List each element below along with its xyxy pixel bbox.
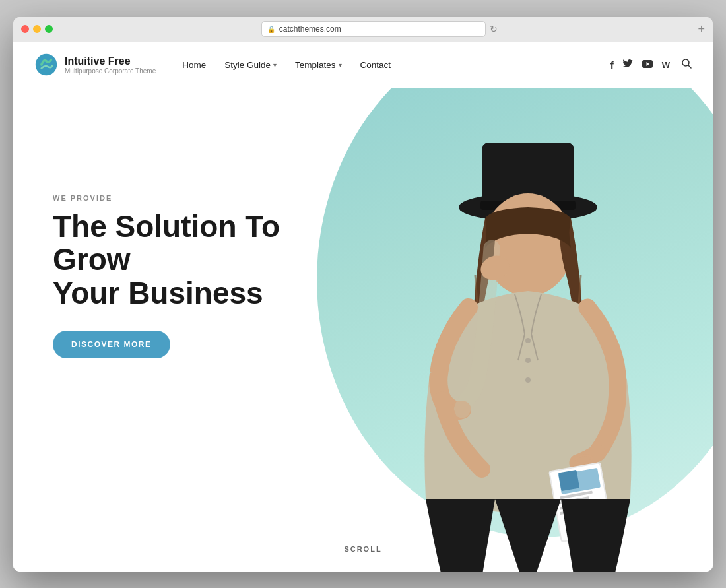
discover-more-button[interactable]: DISCOVER MORE (53, 331, 170, 358)
svg-point-10 (525, 338, 531, 343)
nav-style-guide[interactable]: Style Guide ▾ (224, 60, 277, 70)
lock-icon: 🔒 (267, 26, 275, 33)
refresh-icon[interactable]: ↻ (490, 24, 498, 34)
new-tab-button[interactable]: + (698, 22, 705, 36)
svg-point-0 (36, 54, 57, 75)
url-input[interactable]: 🔒 catchthemes.com (261, 21, 486, 37)
hero-eyebrow: WE PROVIDE (53, 194, 317, 202)
nav-social-icons: f W (610, 59, 692, 71)
url-text: catchthemes.com (279, 24, 341, 34)
facebook-icon[interactable]: f (610, 59, 614, 71)
hero-title: The Solution To Grow Your Business (53, 210, 317, 310)
logo-area: Intuitive Free Multipurpose Corporate Th… (34, 53, 156, 77)
browser-titlebar: 🔒 catchthemes.com ↻ + (13, 17, 713, 42)
browser-window: 🔒 catchthemes.com ↻ + Intuitive Free Mul… (13, 17, 713, 572)
website-content: Intuitive Free Multipurpose Corporate Th… (13, 42, 713, 572)
dot-red[interactable] (21, 25, 29, 33)
search-icon[interactable] (682, 59, 692, 71)
svg-rect-22 (558, 469, 579, 490)
chevron-down-icon: ▾ (273, 61, 277, 69)
nav-home[interactable]: Home (182, 60, 206, 70)
chevron-down-icon: ▾ (339, 61, 342, 69)
dot-green[interactable] (45, 25, 53, 33)
svg-point-11 (525, 358, 531, 363)
twitter-icon[interactable] (623, 59, 633, 70)
browser-urlbar: 🔒 catchthemes.com ↻ (61, 21, 698, 37)
hero-content: WE PROVIDE The Solution To Grow Your Bus… (13, 88, 356, 359)
browser-dots (21, 25, 53, 33)
nav-contact[interactable]: Contact (360, 60, 391, 70)
wordpress-icon[interactable]: W (662, 60, 670, 70)
dot-yellow[interactable] (33, 25, 41, 33)
brand-tagline: Multipurpose Corporate Theme (65, 67, 156, 75)
svg-point-12 (525, 377, 531, 383)
hero-section: WE PROVIDE The Solution To Grow Your Bus… (13, 88, 713, 572)
hero-person-image (350, 103, 693, 572)
logo-text: Intuitive Free Multipurpose Corporate Th… (65, 55, 156, 75)
logo-icon (34, 53, 58, 77)
youtube-icon[interactable] (642, 59, 653, 70)
brand-name: Intuitive Free (65, 55, 156, 67)
svg-line-4 (688, 65, 691, 68)
site-navigation: Intuitive Free Multipurpose Corporate Th… (13, 42, 713, 88)
nav-links: Home Style Guide ▾ Templates ▾ Contact (182, 60, 610, 70)
nav-templates[interactable]: Templates ▾ (295, 60, 342, 70)
